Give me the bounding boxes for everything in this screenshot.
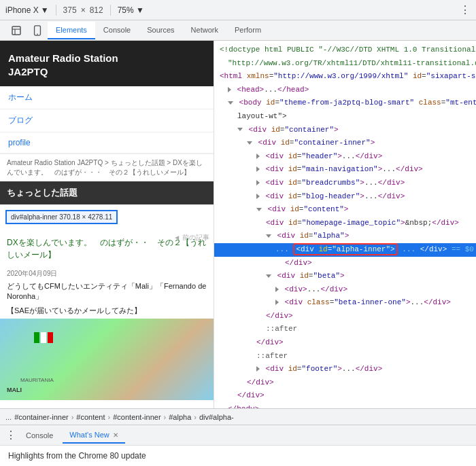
whats-new-content: Highlights from the Chrome 80 update: [0, 445, 476, 466]
bottom-tab-bar: ⋮ Console What's New ✕: [0, 425, 476, 445]
breadcrumb-text: Amateur Radio Station JA2PTQ > ちょっとした話題 …: [7, 159, 203, 176]
tree-ci-close: </div>: [214, 376, 476, 390]
tree-beta-close: </div>: [214, 310, 476, 323]
tree-doctype2: "http://www.w3.org/TR/xhtml11/DTD/xhtml1…: [214, 57, 476, 71]
breadcrumb-sep2: ›: [108, 413, 111, 421]
flag-icon: [34, 332, 53, 343]
main-area: Amateur Radio StationJA2PTQ ホーム ブログ prof…: [0, 41, 476, 408]
elements-tree[interactable]: <!doctype html PUBLIC "-//W3C//DTD XHTML…: [214, 41, 476, 408]
tab-close-icon[interactable]: ✕: [113, 431, 118, 439]
breadcrumb-item-alpha[interactable]: #alpha: [169, 413, 191, 421]
dom-breadcrumb-bar: ... #container-inner › #content › #conte…: [0, 408, 476, 425]
tree-main-nav[interactable]: <div id="main-navigation">...</div>: [214, 163, 476, 177]
bottom-more-icon[interactable]: ⋮: [5, 429, 16, 442]
nav-profile[interactable]: profile: [0, 132, 214, 154]
tree-doctype[interactable]: <!doctype html PUBLIC "-//W3C//DTD XHTML…: [214, 43, 476, 57]
breadcrumb: Amateur Radio Station JA2PTQ > ちょっとした話題 …: [0, 154, 214, 181]
article-date: 2020年04月09日: [0, 268, 214, 280]
zoom-level[interactable]: 75% ▼: [118, 5, 144, 15]
tree-after1: ::after: [214, 323, 476, 336]
inspect-icon[interactable]: [5, 21, 27, 40]
tree-body[interactable]: <body id="theme-from-ja2ptq-blog-smart" …: [214, 96, 476, 110]
tree-header[interactable]: <div id="header">...</div>: [214, 150, 476, 164]
devtools-tab-bar: Elements Console Sources Network Perform: [0, 20, 476, 41]
tab-whats-new[interactable]: What's New ✕: [63, 427, 124, 444]
tree-body-close: </body>: [214, 403, 476, 408]
article-link-2[interactable]: 【SAEが届いているかメールしてみた】: [0, 304, 214, 319]
highlighted-element-badge: div#alpha-inner 370.18 × 4278.11: [5, 210, 118, 224]
breadcrumb-item-alpha-inner[interactable]: div#alpha-: [199, 413, 234, 421]
breadcrumb-sep1: ›: [71, 413, 74, 421]
tree-alpha-inner[interactable]: ... <div id="alpha-inner"> ... </div> ==…: [214, 243, 476, 257]
breadcrumb-item-content[interactable]: #content: [76, 413, 105, 421]
tree-head[interactable]: <head>...</head>: [214, 84, 476, 97]
tree-content-close: </div>: [214, 336, 476, 350]
breadcrumb-sep4: ›: [194, 413, 197, 421]
breadcrumb-item-content-inner[interactable]: #content-inner: [113, 413, 160, 421]
separator: [56, 5, 56, 16]
tree-html[interactable]: <html xmlns="http://www.w3.org/1999/xhtm…: [214, 70, 476, 84]
svg-rect-0: [12, 26, 20, 35]
tree-c-close: </div>: [214, 389, 476, 403]
toolbar-more-icon[interactable]: ⋮: [460, 3, 471, 16]
svg-point-4: [37, 33, 38, 35]
article-area: ◄ 前の記事 DXを楽しんでいます。 のはずが・・ その２【うれしいメール】: [0, 230, 214, 268]
breadcrumb-sep3: ›: [164, 413, 167, 421]
phone-preview: Amateur Radio StationJA2PTQ ホーム ブログ prof…: [0, 41, 214, 408]
device-chevron: ▼: [41, 5, 49, 15]
tree-homepage-image[interactable]: <div id="homepage-image_topic">&nbsp;</d…: [214, 217, 476, 230]
tab-sources[interactable]: Sources: [139, 22, 182, 39]
device-toolbar: iPhone X ▼ 375 × 812 75% ▼ ⋮: [0, 0, 476, 20]
tree-body-class: layout-wt">: [214, 110, 476, 124]
site-header: Amateur Radio StationJA2PTQ: [0, 41, 214, 86]
map-label: MAURITANIA: [20, 377, 54, 383]
tree-footer[interactable]: <div id="footer">...</div>: [214, 363, 476, 376]
tree-container-inner[interactable]: <div id="container-inner">: [214, 137, 476, 150]
viewport-width: 375: [63, 5, 77, 15]
tab-network[interactable]: Network: [183, 22, 226, 39]
device-name: iPhone X: [5, 5, 39, 15]
tree-blog-header[interactable]: <div id="blog-header">...</div>: [214, 190, 476, 204]
viewport-height: 812: [90, 5, 103, 15]
tree-beta[interactable]: <div id="beta">: [214, 270, 476, 283]
devtools-panel: <!doctype html PUBLIC "-//W3C//DTD XHTML…: [214, 41, 476, 408]
nav-blog[interactable]: ブログ: [0, 109, 214, 132]
breadcrumb-dots: ...: [5, 413, 12, 421]
section-title: ちょっとした話題: [0, 181, 214, 204]
tab-elements[interactable]: Elements: [48, 22, 95, 39]
tree-alpha[interactable]: <div id="alpha">: [214, 230, 476, 243]
device-selector[interactable]: iPhone X ▼: [5, 5, 49, 15]
tab-console-bottom[interactable]: Console: [19, 428, 60, 443]
tree-beta-div[interactable]: <div>...</div>: [214, 283, 476, 297]
tree-after2: ::after: [214, 350, 476, 363]
map-label-mali: MALI: [7, 387, 22, 393]
cross-symbol: ×: [81, 5, 86, 15]
nav-arrow: ◄ 前の記事: [173, 232, 209, 243]
map-image: MALI MAURITANIA: [0, 319, 214, 400]
breadcrumb-item-container-inner[interactable]: #container-inner: [14, 413, 69, 421]
article-link-1[interactable]: どうしてもCFMしたいエンティティ「Mali」「Fernando de Noro…: [0, 280, 214, 304]
tab-console[interactable]: Console: [95, 22, 139, 39]
tree-beta-inner[interactable]: <div class="beta-inner-one">...</div>: [214, 296, 476, 310]
tab-performance[interactable]: Perform: [226, 22, 269, 39]
site-title: Amateur Radio StationJA2PTQ: [8, 52, 118, 77]
tree-alpha-inner-close: </div>: [214, 257, 476, 270]
tree-content[interactable]: <div id="content">: [214, 203, 476, 217]
nav-home[interactable]: ホーム: [0, 86, 214, 109]
site-nav: ホーム ブログ profile: [0, 86, 214, 154]
separator2: [110, 5, 111, 16]
mobile-icon[interactable]: [27, 21, 48, 40]
tree-breadcrumbs[interactable]: <div id="breadcrumbs">...</div>: [214, 177, 476, 190]
whats-new-text: Highlights from the Chrome 80 update: [8, 451, 146, 461]
tree-container[interactable]: <div id="container">: [214, 124, 476, 137]
